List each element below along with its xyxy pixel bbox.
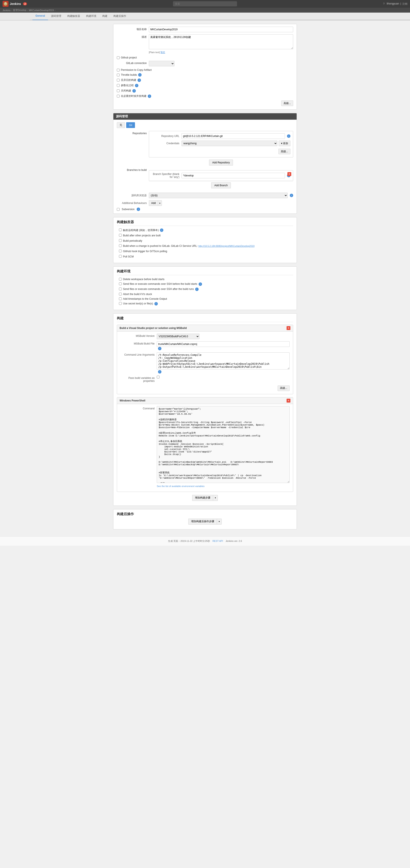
github-project-checkbox[interactable] <box>117 56 120 59</box>
trigger-checkbox-1[interactable] <box>119 234 122 237</box>
throttle-info-icon[interactable]: i <box>138 73 142 76</box>
gitlab-url-link[interactable]: http://10.5.2.184:8080/project/MKCurtain… <box>198 245 255 247</box>
add-build-step-arrow[interactable]: ▾ <box>213 495 218 501</box>
add-repository-button[interactable]: Add Repository <box>209 160 233 165</box>
scm-none-btn[interactable]: 无 <box>117 122 125 128</box>
add-credentials-button[interactable]: ▾ 添加 <box>279 141 290 146</box>
tab-build[interactable]: 构建 <box>99 12 110 20</box>
env-checkbox-4[interactable] <box>119 298 122 300</box>
env-var-link[interactable]: See the list of available environment va… <box>157 485 290 488</box>
command-textarea[interactable]: $username="marker\lihongyuan"; $password… <box>157 406 290 483</box>
breadcrumb-develop[interactable]: 套帘Develop <box>13 8 26 12</box>
disable-build-info-icon[interactable]: i <box>138 79 141 82</box>
tab-triggers[interactable]: 构建触发器 <box>64 12 83 20</box>
repo-url-info-icon[interactable]: i <box>287 134 290 138</box>
msbuild-args-info-icon[interactable]: i <box>158 370 162 374</box>
pass-build-vars-control <box>157 376 290 379</box>
breadcrumb-sep3: › <box>55 9 56 11</box>
rich-text-link[interactable]: 预览 <box>160 51 165 54</box>
parameterize-checkbox[interactable] <box>117 84 120 87</box>
header-user: lihongyuan | 注销 <box>387 2 407 6</box>
tab-source[interactable]: 源码管理 <box>48 12 64 20</box>
trigger-checkbox-3[interactable] <box>119 244 122 247</box>
env-checkbox-1[interactable] <box>119 282 122 285</box>
env-checkbox-5[interactable] <box>119 302 122 305</box>
msbuild-version-select[interactable]: VS2015MSBuildForC#6.0 <box>157 334 200 339</box>
trigger-row-1: Build after other projects are built <box>117 234 293 238</box>
search-input[interactable] <box>173 1 237 6</box>
tab-post-build[interactable]: 构建后操作 <box>110 12 129 20</box>
trigger-checkbox-5[interactable] <box>119 255 122 258</box>
pass-build-vars-checkbox[interactable] <box>157 376 159 378</box>
breadcrumb-project[interactable]: MKCurtainDevelop2019 <box>29 9 54 11</box>
msbuild-advanced-button[interactable]: 高级... <box>277 385 290 391</box>
env-info-2[interactable]: i <box>195 287 199 291</box>
command-control: $username="marker\lihongyuan"; $password… <box>157 406 290 488</box>
help-icon[interactable]: ? <box>383 2 385 5</box>
project-name-label: 项目名称 <box>117 27 147 31</box>
repo-browser-info-icon[interactable]: i <box>290 194 293 197</box>
parameterize-info-icon[interactable]: i <box>135 84 138 87</box>
permission-copy-checkbox[interactable] <box>117 69 120 71</box>
gitlab-connection-select[interactable] <box>149 61 174 66</box>
trigger-checkbox-0[interactable] <box>119 228 122 231</box>
msbuild-args-textarea[interactable]: /t:ResolveReferences;Compile /t:_CopyWeb… <box>157 352 290 369</box>
necessary-build-checkbox[interactable] <box>117 95 120 97</box>
add-post-build-button[interactable]: 增加构建后操作步骤 <box>188 519 217 525</box>
throttle-builds-checkbox[interactable] <box>117 73 120 76</box>
breadcrumb: Jenkins › 套帘Develop › MKCurtainDevelop20… <box>0 8 410 12</box>
repo-browser-select[interactable]: (自动) <box>149 193 288 198</box>
delete-powershell-step-button[interactable]: ✕ <box>287 399 290 403</box>
subversion-checkbox[interactable] <box>117 208 120 211</box>
concurrent-build-checkbox[interactable] <box>117 89 120 92</box>
delete-branch-button[interactable]: ✕ <box>287 172 291 176</box>
trigger-info-0[interactable]: i <box>160 228 163 232</box>
project-name-input[interactable] <box>149 27 293 32</box>
msbuild-step-body: MSBuild Version VS2015MSBuildForC#6.0 MS… <box>117 332 293 394</box>
msbuild-file-input[interactable] <box>157 341 290 347</box>
repo-browser-label: 源码库浏览器 <box>117 194 147 197</box>
breadcrumb-jenkins[interactable]: Jenkins <box>3 9 10 11</box>
delete-msbuild-step-button[interactable]: ✕ <box>287 326 290 330</box>
trigger-checkbox-2[interactable] <box>119 239 122 242</box>
msbuild-version-label: MSBuild Version <box>120 334 155 338</box>
rest-api-link[interactable]: REST API <box>212 540 223 542</box>
env-info-5[interactable]: i <box>154 302 158 306</box>
env-info-1[interactable]: i <box>199 282 202 286</box>
repo-url-row: Repository URL i <box>152 133 290 139</box>
repo-url-input[interactable] <box>181 133 285 139</box>
parameterize-label: 参数化过程 <box>121 84 134 87</box>
env-checkbox-2[interactable] <box>119 287 122 290</box>
github-project-label: Github project <box>121 56 137 59</box>
general-advanced-button[interactable]: 高级... <box>281 100 293 106</box>
msbuild-step-title: Build a Visual Studio project or solutio… <box>120 327 187 330</box>
scm-git-btn[interactable]: Git <box>126 122 135 128</box>
add-behaviour-button[interactable]: Add <box>149 200 158 206</box>
branches-control: ✕ Branch Specifier (blank for 'any') i A… <box>149 168 293 190</box>
credentials-select[interactable]: wangzhong <box>181 141 277 146</box>
necessary-build-row: 在必要的时候并发构建 i <box>117 94 293 98</box>
parameterize-row: 参数化过程 i <box>117 84 293 87</box>
logout-link[interactable]: 注销 <box>402 2 407 6</box>
add-branch-button[interactable]: Add Branch <box>211 182 231 188</box>
command-label: Command <box>120 406 155 410</box>
tab-general[interactable]: General <box>32 12 48 20</box>
tab-environment[interactable]: 构建环境 <box>83 12 99 20</box>
add-post-build-arrow[interactable]: ▾ <box>217 519 222 525</box>
branch-specifier-input[interactable] <box>181 173 285 178</box>
disable-build-checkbox[interactable] <box>117 79 120 82</box>
notification-badge[interactable]: 2 <box>23 2 27 5</box>
subversion-info-icon[interactable]: i <box>137 208 140 211</box>
add-behaviour-arrow[interactable]: ▾ <box>158 200 162 206</box>
msbuild-file-info-icon[interactable]: i <box>158 347 162 350</box>
concurrent-build-info-icon[interactable]: i <box>133 89 136 93</box>
env-checkbox-0[interactable] <box>119 278 122 280</box>
description-textarea[interactable]: 蒿雾窗帘测试系统，20191120创建 <box>149 34 293 49</box>
trigger-checkbox-4[interactable] <box>119 250 122 252</box>
add-build-step-button[interactable]: 增加构建步骤 <box>192 495 213 501</box>
env-checkbox-3[interactable] <box>119 293 122 296</box>
jenkins-version: Jenkins ver. 2.6 <box>226 540 242 542</box>
necessary-build-info-icon[interactable]: i <box>148 94 151 98</box>
repo-advanced-button[interactable]: 高级... <box>279 149 290 154</box>
header-logo[interactable]: Jenkins <box>3 1 21 7</box>
